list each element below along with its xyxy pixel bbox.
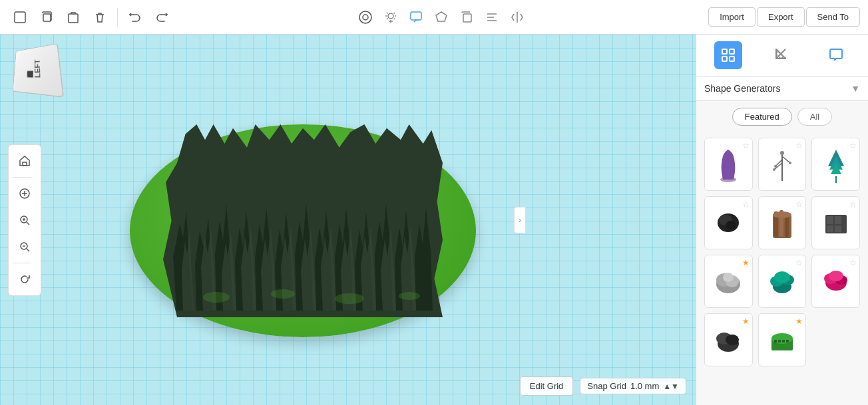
cube-face-left: ⬛ LEFT	[13, 43, 64, 98]
svg-rect-55	[730, 57, 734, 61]
cube-left-label: LEFT	[33, 59, 42, 78]
main-area: ⬛ LEFT	[0, 35, 868, 405]
edit-grid-button[interactable]: Edit Grid	[520, 376, 574, 396]
star-icon-3: ☆	[849, 141, 857, 150]
svg-rect-82	[835, 225, 841, 232]
rotate-button[interactable]	[13, 267, 37, 291]
cube-top-label: ⬛	[27, 60, 33, 78]
redo-button[interactable]	[150, 5, 174, 29]
home-button[interactable]	[13, 149, 37, 173]
svg-rect-7	[463, 14, 471, 22]
delete-button[interactable]	[88, 5, 112, 29]
shape-generators-select[interactable]: Shape Generators	[704, 83, 851, 94]
shape-item-4[interactable]: ☆	[704, 196, 753, 249]
svg-rect-0	[15, 12, 25, 23]
shape-item-8[interactable]: ☆	[758, 255, 807, 308]
paste-button[interactable]	[61, 5, 85, 29]
panel-grid-icon-button[interactable]	[714, 41, 742, 69]
zoom-out-button[interactable]	[13, 235, 37, 259]
svg-rect-79	[827, 216, 833, 224]
svg-point-90	[774, 271, 790, 283]
fit-button[interactable]	[13, 182, 37, 205]
shape-item-3[interactable]: ☆	[811, 138, 860, 191]
svg-rect-81	[827, 225, 833, 232]
export-button[interactable]: Export	[757, 7, 805, 27]
shape-generators-header: Shape Generators ▼	[696, 76, 868, 101]
workplane-button[interactable]	[8, 5, 32, 29]
shape-item-2[interactable]: ☆	[758, 138, 807, 191]
svg-point-48	[203, 292, 230, 303]
svg-point-77	[773, 211, 791, 218]
svg-rect-80	[835, 216, 841, 224]
main-toolbar: Import Export Send To	[0, 0, 868, 35]
panel-ruler-icon-button[interactable]	[768, 41, 796, 69]
svg-rect-54	[722, 57, 727, 61]
svg-rect-101	[778, 340, 781, 342]
pentagon-icon-button[interactable]	[429, 5, 453, 29]
shape-item-10[interactable]: ★	[704, 313, 753, 366]
svg-rect-102	[782, 340, 785, 342]
star-icon-9: ☆	[849, 258, 857, 267]
toolbar-right-actions: Import Export Send To	[708, 7, 860, 27]
orientation-cube[interactable]: ⬛ LEFT	[11, 45, 57, 92]
light-icon-button[interactable]	[379, 5, 403, 29]
bottom-bar: Edit Grid Snap Grid 1.0 mm ▲▼	[520, 376, 686, 396]
star-icon-6: ☆	[849, 200, 857, 209]
svg-point-3	[363, 15, 368, 20]
center-icons	[353, 5, 529, 29]
svg-rect-56	[830, 49, 842, 59]
svg-point-65	[773, 168, 775, 171]
mirror-icon-button[interactable]	[505, 5, 529, 29]
svg-point-49	[271, 289, 295, 299]
star-icon-5: ☆	[795, 200, 803, 209]
svg-point-4	[388, 13, 393, 19]
svg-rect-1	[43, 14, 51, 21]
camera-icon-button[interactable]	[353, 5, 377, 29]
zoom-in-button[interactable]	[13, 208, 37, 232]
shape-generators-tabs: Featured All	[696, 101, 868, 132]
shape-item-11[interactable]: ★	[758, 313, 807, 366]
viewport[interactable]: ⬛ LEFT	[0, 35, 696, 405]
shape-item-9[interactable]: ☆	[811, 255, 860, 308]
svg-point-63	[774, 165, 777, 168]
scene-object	[107, 71, 499, 357]
svg-point-64	[789, 162, 791, 164]
star-icon-11: ★	[795, 317, 803, 326]
left-tool-sep-2	[13, 263, 31, 263]
svg-point-50	[335, 293, 364, 304]
collapse-panel-handle[interactable]: ›	[514, 207, 526, 233]
star-icon-10: ★	[742, 317, 750, 326]
shape-item-7[interactable]: ★	[704, 255, 753, 308]
snap-grid-stepper[interactable]: ▲▼	[663, 382, 679, 391]
dropdown-arrow-icon: ▼	[851, 83, 860, 94]
shape-generators-grid: ☆ ☆	[696, 132, 868, 405]
shape-item-5[interactable]: ☆	[758, 196, 807, 249]
star-icon-1: ☆	[742, 141, 750, 150]
right-panel: Shape Generators ▼ Featured All ☆	[696, 35, 868, 405]
svg-point-51	[399, 292, 420, 300]
send-to-button[interactable]: Send To	[806, 7, 860, 27]
svg-rect-5	[411, 12, 421, 20]
svg-point-86	[723, 273, 734, 282]
import-button[interactable]: Import	[708, 7, 756, 27]
svg-rect-8	[23, 162, 27, 166]
svg-line-17	[27, 249, 29, 251]
panel-icons	[696, 35, 868, 76]
shape-item-6[interactable]: ☆	[811, 196, 860, 249]
snap-grid-label: Snap Grid	[587, 381, 626, 391]
panel-comment-icon-button[interactable]	[822, 41, 850, 69]
svg-rect-52	[722, 49, 727, 54]
duplicate-icon-button[interactable]	[455, 5, 479, 29]
align-icon-button[interactable]	[480, 5, 504, 29]
svg-point-94	[829, 271, 843, 281]
terrain-object	[163, 124, 443, 317]
tab-all[interactable]: All	[797, 108, 832, 126]
copy-button[interactable]	[35, 5, 59, 29]
undo-button[interactable]	[123, 5, 147, 29]
tab-featured[interactable]: Featured	[732, 108, 792, 126]
svg-marker-6	[436, 12, 447, 21]
speech-icon-button[interactable]	[404, 5, 428, 29]
shape-item-1[interactable]: ☆	[704, 138, 753, 191]
star-icon-7: ★	[742, 258, 750, 267]
svg-rect-103	[786, 340, 789, 342]
